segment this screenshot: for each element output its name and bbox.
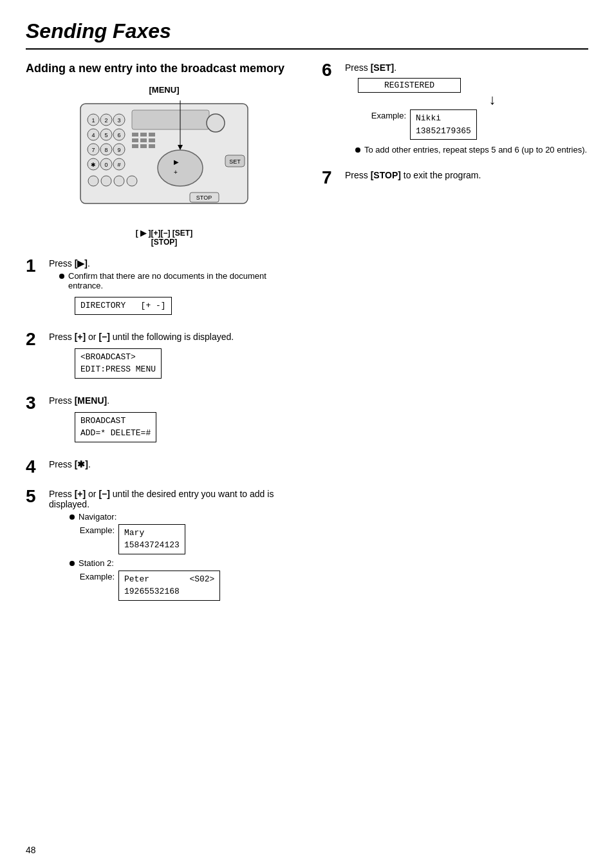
step-2-number: 2: [26, 330, 44, 348]
left-column: Adding a new entry into the broadcast me…: [26, 61, 302, 616]
svg-rect-8: [132, 144, 138, 148]
step-7-number: 7: [322, 169, 340, 187]
step-2-text: Press [+] or [−] until the following is …: [49, 332, 302, 342]
step-1: 1 Press [▶]. Confirm that there are no d…: [26, 257, 302, 319]
svg-text:✱: ✱: [91, 162, 96, 168]
svg-text:7: 7: [91, 147, 95, 153]
svg-text:▶: ▶: [174, 158, 179, 165]
step-1-text: Press [▶].: [49, 258, 302, 269]
right-column: 6 Press [SET]. REGISTERED ↓ Example: Nik…: [322, 61, 588, 616]
svg-text:2: 2: [104, 117, 107, 124]
svg-text:3: 3: [117, 117, 120, 124]
step-6-bullet-text: To add other entries, repeat steps 5 and…: [364, 145, 587, 155]
step-2-content: Press [+] or [−] until the following is …: [49, 330, 302, 382]
step-6-number: 6: [322, 61, 340, 79]
step-7-text: Press [STOP] to exit the program.: [345, 170, 588, 180]
svg-point-40: [158, 150, 203, 186]
step-5-navigator-lcd: Mary15843724123: [118, 524, 185, 554]
step-5-station2-label: Station 2:: [79, 558, 114, 568]
fax-svg-wrap: 1 2 3 4 5 6 7 8 9: [26, 97, 302, 226]
svg-text:#: #: [117, 162, 120, 168]
step-5-number: 5: [26, 487, 44, 505]
step-3-text: Press [MENU].: [49, 395, 302, 406]
arrow-down-icon: ↓: [396, 93, 588, 107]
fax-machine-svg: 1 2 3 4 5 6 7 8 9: [61, 97, 267, 226]
page-title: Sending Faxes: [26, 19, 588, 43]
stop-label: [STOP]: [151, 238, 177, 247]
svg-rect-5: [132, 138, 138, 142]
svg-text:SET: SET: [229, 158, 241, 165]
step-5: 5 Press [+] or [−] until the desired ent…: [26, 487, 302, 605]
step-5-navigator: Navigator: Example: Mary15843724123: [59, 512, 302, 554]
svg-rect-3: [140, 133, 147, 137]
svg-point-36: [101, 176, 111, 186]
step-6: 6 Press [SET]. REGISTERED ↓ Example: Nik…: [322, 61, 588, 157]
step-6-content: Press [SET]. REGISTERED ↓ Example: Nikki…: [345, 61, 588, 157]
step-6-text: Press [SET].: [345, 62, 588, 73]
svg-point-37: [114, 176, 124, 186]
svg-rect-7: [149, 138, 155, 142]
step-5-navigator-example: Example: Mary15843724123: [70, 524, 302, 554]
step-5-station2-example: Example: Peter <S02>19265532168: [70, 571, 302, 601]
step-3-lcd: BROADCAST ADD=* DELETE=#: [75, 412, 156, 442]
step-5-text: Press [+] or [−] until the desired entry…: [49, 489, 302, 509]
step-5-station2-example-label: Example:: [70, 572, 115, 581]
step-5-navigator-example-label: Example:: [70, 525, 115, 535]
step-5-navigator-label: Navigator:: [79, 512, 116, 522]
svg-point-35: [88, 176, 98, 186]
step-3-number: 3: [26, 394, 44, 412]
bullet-icon: [70, 561, 75, 566]
step-5-station2: Station 2: Example: Peter <S02>192655321…: [59, 558, 302, 601]
step-2: 2 Press [+] or [−] until the following i…: [26, 330, 302, 382]
registered-lcd: REGISTERED: [358, 78, 461, 93]
section-heading: Adding a new entry into the broadcast me…: [26, 61, 302, 76]
nikki-lcd: Nikki13852179365: [410, 109, 477, 140]
step-1-bullet-text: Confirm that there are no documents in t…: [68, 271, 302, 290]
step-1-bullet: Confirm that there are no documents in t…: [59, 271, 302, 290]
svg-text:0: 0: [104, 162, 107, 168]
svg-text:1: 1: [91, 117, 95, 124]
bullet-icon: [70, 514, 75, 520]
svg-point-39: [207, 114, 225, 132]
step-7: 7 Press [STOP] to exit the program.: [322, 169, 588, 187]
svg-rect-10: [149, 144, 155, 148]
step-5-station2-bullet: Station 2:: [70, 558, 302, 568]
title-divider: [26, 48, 588, 50]
step-3: 3 Press [MENU]. BROADCAST ADD=* DELETE=#: [26, 394, 302, 446]
svg-rect-1: [132, 110, 209, 129]
svg-point-38: [127, 176, 137, 186]
page-number: 48: [26, 845, 36, 855]
registered-wrap: REGISTERED ↓ Example: Nikki13852179365: [358, 78, 588, 140]
svg-rect-2: [132, 133, 138, 137]
svg-text:5: 5: [104, 132, 107, 138]
svg-rect-4: [149, 133, 155, 137]
step-4-text: Press [✱].: [49, 459, 302, 469]
svg-text:+: +: [174, 169, 178, 176]
svg-text:6: 6: [117, 132, 120, 138]
fax-diagram: [MENU]: [26, 85, 302, 247]
svg-text:9: 9: [117, 147, 120, 153]
bullet-icon: [59, 274, 64, 279]
step-4: 4 Press [✱].: [26, 458, 302, 476]
nikki-example-label: Example:: [364, 111, 406, 120]
step-5-content: Press [+] or [−] until the desired entry…: [49, 487, 302, 605]
bullet-icon: [355, 147, 360, 153]
button-labels: [ ▶ ][+][−] [SET] [STOP]: [26, 229, 302, 247]
nav-labels: [ ▶ ][+][−] [SET]: [136, 229, 192, 238]
step-4-number: 4: [26, 458, 44, 476]
step-2-lcd: <BROADCAST> EDIT:PRESS MENU: [75, 348, 162, 379]
svg-text:8: 8: [104, 147, 107, 153]
nikki-example: Example: Nikki13852179365: [364, 109, 588, 140]
svg-text:STOP: STOP: [196, 194, 212, 201]
svg-rect-6: [140, 138, 147, 142]
menu-label: [MENU]: [26, 85, 302, 95]
svg-text:4: 4: [91, 132, 95, 138]
step-4-content: Press [✱].: [49, 458, 302, 472]
step-5-station2-lcd: Peter <S02>19265532168: [118, 571, 220, 601]
step-1-content: Press [▶]. Confirm that there are no doc…: [49, 257, 302, 319]
svg-rect-9: [140, 144, 147, 148]
step-5-navigator-bullet: Navigator:: [70, 512, 302, 522]
step-1-number: 1: [26, 257, 44, 275]
step-6-bullet: To add other entries, repeat steps 5 and…: [355, 145, 588, 155]
step-1-lcd: DIRECTORY [+ -]: [75, 297, 172, 315]
